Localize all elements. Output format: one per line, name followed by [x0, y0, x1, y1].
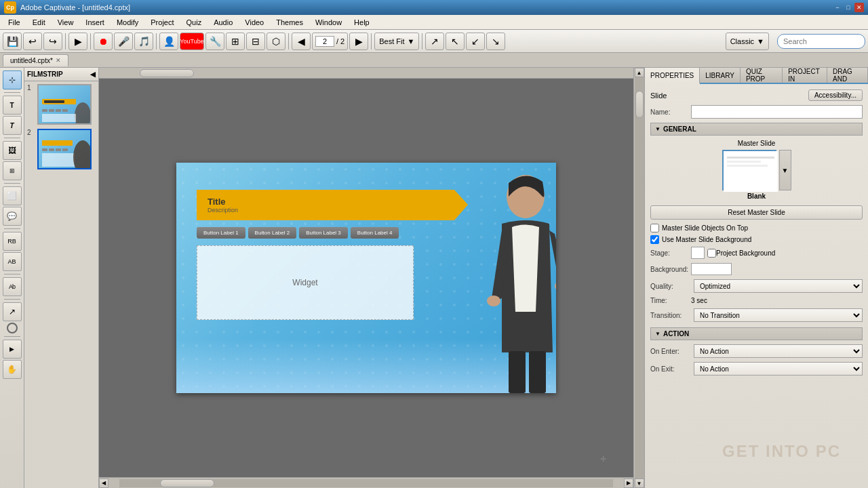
tool-shape2[interactable]: 💬 — [3, 207, 22, 226]
master-slide-preview[interactable] — [722, 150, 776, 190]
restore-btn[interactable]: □ — [844, 3, 853, 12]
v-scroll-thumb[interactable] — [635, 91, 644, 118]
tab-project-in[interactable]: PROJECT IN — [783, 68, 827, 83]
slide-btn-1[interactable]: Button Label 1 — [197, 227, 245, 239]
reset-master-slide-btn[interactable]: Reset Master Slide — [650, 205, 863, 220]
menu-edit[interactable]: Edit — [27, 17, 51, 28]
menu-window[interactable]: Window — [310, 17, 347, 28]
h-scroll-thumb[interactable] — [160, 479, 214, 487]
stage-btn[interactable] — [691, 247, 705, 259]
table-btn[interactable]: ⊞ — [226, 33, 245, 50]
redo-btn[interactable]: ↪ — [43, 33, 62, 50]
scroll-left-btn[interactable]: ◀ — [99, 479, 108, 488]
slide-1-thumb[interactable] — [37, 84, 92, 125]
fit-mode-selector[interactable]: Best Fit ▼ — [374, 33, 419, 50]
music-btn[interactable]: 🎵 — [134, 33, 153, 50]
file-tabs: untitled4.cptx* ✕ — [0, 53, 868, 68]
audio-btn[interactable]: 🎤 — [114, 33, 133, 50]
undo-btn[interactable]: ↩ — [23, 33, 42, 50]
widget-btn[interactable]: 🔧 — [205, 33, 224, 50]
tool-num2[interactable]: AB — [3, 252, 22, 271]
tool-shape1[interactable]: ⬜ — [3, 186, 22, 205]
record-btn[interactable]: ⏺ — [94, 33, 113, 50]
tool-arrow[interactable]: ↗ — [3, 302, 22, 321]
on-exit-dropdown[interactable]: No Action — [694, 362, 863, 375]
tool-video[interactable]: ▶ — [3, 340, 22, 359]
name-input[interactable] — [691, 105, 863, 119]
master-slide-dropdown-btn[interactable]: ▼ — [779, 150, 791, 190]
use-bg-checkbox[interactable] — [650, 235, 659, 244]
slide-widget: Widget — [197, 245, 414, 320]
preview-btn[interactable]: ▶ — [68, 33, 87, 50]
filmstrip-collapse[interactable]: ◀ — [90, 70, 96, 78]
theme-label: Classic — [730, 37, 754, 45]
close-btn[interactable]: ✕ — [854, 3, 864, 12]
menu-audio[interactable]: Audio — [208, 17, 238, 28]
menu-project[interactable]: Project — [145, 17, 179, 28]
slide-2-thumb[interactable] — [37, 129, 92, 169]
tab-drag-and[interactable]: DRAG AND — [827, 68, 868, 83]
menu-themes[interactable]: Themes — [271, 17, 309, 28]
theme-selector[interactable]: Classic ▼ — [726, 33, 769, 50]
general-section-header[interactable]: ▼ GENERAL — [650, 123, 863, 136]
action-section-header[interactable]: ▼ ACTION — [650, 327, 863, 340]
extra-btn3[interactable]: ↙ — [466, 33, 485, 50]
h-scrollbar-thumb-top[interactable] — [140, 69, 194, 77]
transition-dropdown[interactable]: No Transition — [694, 308, 863, 322]
file-tab[interactable]: untitled4.cptx* ✕ — [3, 54, 68, 66]
tool-hand[interactable]: ✋ — [3, 360, 22, 379]
tool-text2[interactable]: T — [3, 116, 22, 135]
fit-mode-arrow: ▼ — [407, 37, 414, 45]
menu-video[interactable]: Video — [239, 17, 269, 28]
svg-rect-11 — [42, 148, 47, 151]
filmstrip-slide-2[interactable]: 2 — [27, 129, 96, 169]
tool-image2[interactable]: ⊞ — [3, 161, 22, 180]
extra-btn4[interactable]: ↘ — [486, 33, 505, 50]
cpvc-btn[interactable]: ⬡ — [267, 33, 285, 50]
menu-insert[interactable]: Insert — [80, 17, 110, 28]
slide-btn-4[interactable]: Button Label 4 — [351, 227, 399, 239]
file-tab-close[interactable]: ✕ — [56, 57, 61, 64]
zoom-btn[interactable]: ⊟ — [246, 33, 265, 50]
filmstrip-slide-1[interactable]: 1 — [27, 84, 96, 125]
project-bg-checkbox[interactable] — [707, 249, 716, 258]
tab-properties[interactable]: PROPERTIES — [645, 68, 700, 84]
search-input[interactable] — [777, 34, 865, 49]
v-scroll-up[interactable]: ▲ — [635, 68, 644, 77]
next-slide-btn[interactable]: ▶ — [349, 33, 368, 50]
youtube-btn[interactable]: YouTube — [180, 33, 204, 50]
slide-btn-3[interactable]: Button Label 3 — [299, 227, 348, 239]
tab-library[interactable]: LIBRARY — [700, 68, 741, 83]
accessibility-btn[interactable]: Accessibility... — [808, 89, 863, 101]
tool-text[interactable]: T — [3, 96, 22, 115]
tool-select[interactable]: ⊹ — [3, 70, 22, 89]
tool-sep3 — [4, 183, 20, 184]
tool-num[interactable]: RB — [3, 232, 22, 251]
on-enter-dropdown[interactable]: No Action — [694, 344, 863, 358]
slide-btn-2[interactable]: Button Label 2 — [248, 227, 297, 239]
tool-image[interactable]: 🖼 — [3, 141, 22, 160]
menu-quiz[interactable]: Quiz — [181, 17, 208, 28]
tool-circle[interactable] — [7, 323, 18, 333]
main-area: ⊹ T T 🖼 ⊞ ⬜ 💬 RB AB Ab ↗ ▶ ✋ FILMSTRIP ◀… — [0, 68, 868, 488]
prev-slide-btn[interactable]: ◀ — [292, 33, 311, 50]
scroll-right-btn[interactable]: ▶ — [624, 479, 633, 488]
tab-quiz-prop[interactable]: QUIZ PROP — [741, 68, 783, 83]
v-scroll-down[interactable]: ▼ — [635, 479, 644, 488]
extra-btn2[interactable]: ↖ — [446, 33, 465, 50]
quality-dropdown[interactable]: Optimized — [694, 279, 863, 293]
menu-file[interactable]: File — [3, 17, 26, 28]
extra-btn1[interactable]: ↗ — [425, 33, 444, 50]
save-btn[interactable]: 💾 — [3, 33, 22, 50]
minimize-btn[interactable]: − — [833, 3, 842, 12]
properties-panel: PROPERTIES LIBRARY QUIZ PROP PROJECT IN … — [644, 68, 868, 488]
menu-modify[interactable]: Modify — [111, 17, 144, 28]
user-btn[interactable]: 👤 — [159, 33, 178, 50]
slide-current-input[interactable] — [315, 36, 334, 47]
menu-help[interactable]: Help — [349, 17, 375, 28]
master-slide-title: Master Slide — [738, 140, 776, 147]
menu-view[interactable]: View — [52, 17, 79, 28]
bg-color-box[interactable] — [691, 263, 732, 275]
tool-caption[interactable]: Ab — [3, 277, 22, 296]
master-objects-checkbox[interactable] — [650, 224, 659, 232]
